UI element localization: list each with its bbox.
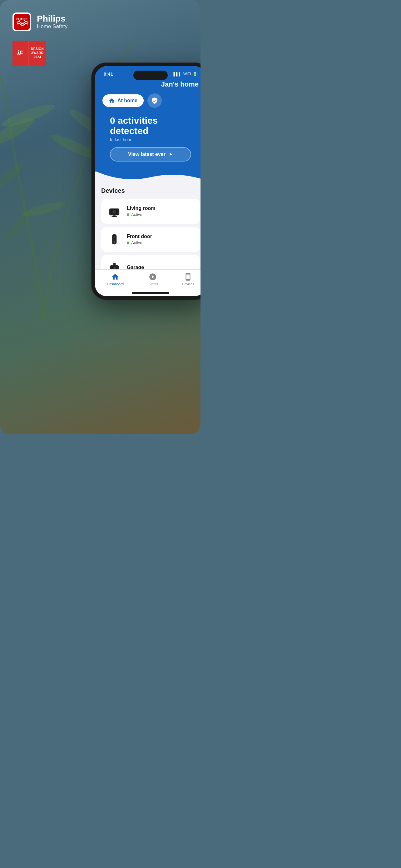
home-icon [109, 97, 115, 104]
nav-events-label: Events [148, 282, 158, 286]
battery-icon: 🔋 [193, 72, 197, 76]
devices-title: Devices [101, 187, 200, 194]
device-card-garage[interactable]: Garage [101, 255, 200, 269]
svg-point-26 [114, 242, 115, 243]
device-name-living-room: Living room [127, 206, 195, 211]
device-card-front-door[interactable]: Front door Active [101, 227, 200, 252]
status-text-living-room: Active [131, 212, 142, 217]
dynamic-island [133, 71, 168, 80]
brand-text: Philips Home Safety [37, 14, 67, 30]
status-time: 9:41 [104, 71, 113, 76]
device-name-garage: Garage [127, 265, 195, 269]
devices-nav-icon [184, 273, 192, 281]
status-icons: ▌▌▌ WiFi 🔋 [173, 72, 197, 76]
shield-icon [151, 97, 158, 104]
status-text-front-door: Active [131, 240, 142, 245]
header-section: PHILIPS Philips Home Safety iF DESIGN AW… [12, 12, 67, 66]
status-dot-living-room [127, 213, 129, 216]
signal-icon: ▌▌▌ [173, 72, 181, 76]
home-indicator [95, 290, 201, 296]
svg-point-24 [114, 237, 115, 238]
view-latest-button[interactable]: View latest ever [110, 147, 191, 161]
svg-rect-13 [95, 171, 201, 172]
at-home-button[interactable]: At home [102, 94, 144, 107]
device-info-garage: Garage [127, 265, 195, 269]
arrow-right-icon [168, 152, 173, 157]
bottom-nav: Dashboard Events Devices [95, 269, 201, 290]
wifi-icon: WiFi [183, 72, 191, 76]
device-card-living-room[interactable]: Living room Active [101, 199, 200, 224]
device-status-front-door: Active [127, 240, 195, 245]
device-name-front-door: Front door [127, 234, 195, 239]
phone-frame: 9:41 ▌▌▌ WiFi 🔋 Jan's home [91, 62, 201, 300]
camera-icon-living-room [106, 203, 123, 219]
activities-count: 0 activities detected [110, 115, 191, 136]
camera-icon-garage [106, 259, 123, 269]
dashboard-nav-icon [111, 273, 119, 281]
activities-section: 0 activities detected In last hour View … [102, 115, 199, 171]
device-info-front-door: Front door Active [127, 234, 195, 245]
if-badge-left: iF [12, 41, 28, 66]
svg-point-3 [0, 159, 27, 196]
philips-logo: PHILIPS [12, 12, 31, 31]
svg-point-12 [24, 20, 25, 21]
device-info-living-room: Living room Active [127, 206, 195, 217]
brand-subtitle: Home Safety [37, 24, 67, 30]
brand-name: Philips [37, 14, 67, 24]
nav-devices-label: Devices [182, 282, 194, 286]
device-status-living-room: Active [127, 212, 195, 217]
if-design-award-badge: iF DESIGN AWARD 2024 [12, 41, 53, 66]
svg-point-18 [114, 211, 115, 213]
brand-row: PHILIPS Philips Home Safety [12, 12, 67, 31]
mode-row: At home [102, 93, 199, 108]
svg-rect-20 [111, 216, 117, 217]
nav-devices[interactable]: Devices [182, 273, 194, 286]
svg-point-10 [21, 18, 23, 19]
if-badge-right: DESIGN AWARD 2024 [28, 41, 46, 66]
phone-screen: 9:41 ▌▌▌ WiFi 🔋 Jan's home [95, 66, 201, 296]
svg-point-11 [19, 20, 20, 21]
events-nav-icon [149, 273, 157, 281]
camera-icon-front-door [106, 231, 123, 247]
shield-mode-button[interactable] [147, 93, 162, 108]
at-home-label: At home [118, 98, 137, 103]
status-dot-front-door [127, 242, 129, 244]
app-header: Jan's home At home [95, 78, 201, 171]
activities-sub: In last hour [110, 137, 191, 142]
nav-dashboard[interactable]: Dashboard [107, 273, 124, 286]
home-title: Jan's home [102, 80, 199, 88]
home-indicator-bar [132, 292, 169, 294]
devices-section: Devices [95, 183, 201, 269]
wave-divider [95, 171, 201, 183]
svg-rect-31 [113, 263, 116, 266]
nav-events[interactable]: Events [148, 273, 158, 286]
svg-point-30 [114, 267, 115, 269]
nav-dashboard-label: Dashboard [107, 282, 124, 286]
phone-mockup: 9:41 ▌▌▌ WiFi 🔋 Jan's home [91, 62, 201, 300]
